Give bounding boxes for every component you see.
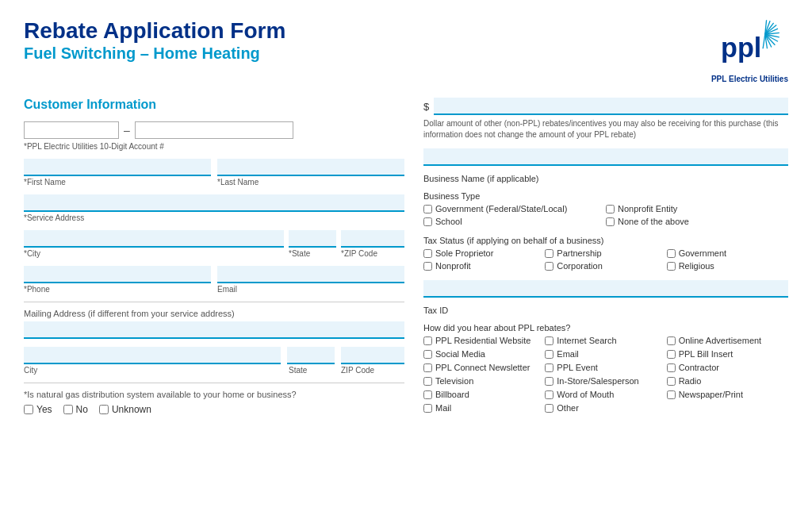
gas-yes-item: Yes: [24, 404, 52, 415]
phone-input[interactable]: [24, 266, 211, 283]
account-field-part2[interactable]: [135, 121, 293, 139]
phone-email-row: [24, 266, 404, 283]
city-label: *City: [24, 249, 284, 258]
tax-partnership-checkbox[interactable]: [545, 249, 553, 258]
mailing-city-label: City: [24, 366, 284, 375]
hear-television-checkbox[interactable]: [423, 377, 432, 386]
hear-ppl-residential-label: PPL Residential Website: [435, 336, 530, 345]
gas-no-item: No: [63, 404, 88, 415]
hear-grid: PPL Residential Website Internet Search …: [423, 336, 788, 415]
btype-school-checkbox[interactable]: [423, 217, 432, 226]
service-address-input[interactable]: [24, 194, 404, 212]
tax-religious: Religious: [667, 261, 788, 271]
zip-input[interactable]: [341, 230, 404, 248]
hear-mail: Mail: [423, 403, 545, 413]
page-title: Rebate Application Form: [24, 19, 285, 44]
hear-newspaper-label: Newspaper/Print: [679, 390, 743, 399]
hear-email-checkbox[interactable]: [545, 350, 553, 359]
hear-in-store-label: In-Store/Salesperson: [557, 376, 638, 386]
hear-billboard: Billboard: [423, 390, 545, 399]
tax-government-checkbox[interactable]: [667, 249, 676, 258]
hear-internet-search: Internet Search: [545, 336, 666, 345]
tax-id-group: Tax ID: [423, 280, 788, 315]
business-type-group: Business Type Government (Federal/State/…: [423, 191, 788, 228]
business-type-government: Government (Federal/State/Local): [423, 204, 606, 213]
hear-online-ad-checkbox[interactable]: [667, 336, 676, 345]
account-field-part1[interactable]: [24, 121, 119, 139]
hear-social-checkbox[interactable]: [423, 350, 432, 359]
city-container: [24, 230, 284, 248]
hear-ppl-event-checkbox[interactable]: [545, 363, 553, 372]
tax-government-label: Government: [679, 248, 727, 258]
hear-email-label: Email: [557, 349, 579, 359]
hear-ppl-residential-checkbox[interactable]: [423, 336, 432, 345]
hear-wom-checkbox[interactable]: [545, 390, 553, 399]
dollar-sign: $: [423, 101, 429, 113]
business-type-none: None of the above: [606, 217, 788, 226]
service-address-group: *Service Address: [24, 194, 404, 222]
mailing-address-input[interactable]: [24, 321, 404, 339]
btype-none-checkbox[interactable]: [606, 217, 615, 226]
hear-ppl-event-label: PPL Event: [557, 363, 598, 372]
tax-religious-checkbox[interactable]: [667, 262, 676, 271]
hear-billboard-checkbox[interactable]: [423, 390, 432, 399]
gas-yes-label: Yes: [36, 404, 52, 415]
state-input[interactable]: [289, 230, 336, 248]
mailing-state-input[interactable]: [287, 347, 335, 364]
hear-internet-checkbox[interactable]: [545, 336, 553, 345]
hear-mail-checkbox[interactable]: [423, 404, 432, 413]
gas-no-checkbox[interactable]: [63, 405, 73, 414]
tax-id-input[interactable]: [423, 280, 788, 298]
last-name-input[interactable]: [217, 159, 404, 176]
hear-online-ad-label: Online Advertisement: [679, 336, 762, 345]
name-group: *First Name *Last Name: [24, 159, 404, 187]
hear-contractor-checkbox[interactable]: [667, 363, 676, 372]
city-input[interactable]: [24, 230, 284, 248]
business-type-label: Business Type: [423, 191, 788, 201]
mailing-zip-input[interactable]: [341, 347, 404, 364]
dollar-input[interactable]: [434, 98, 788, 115]
business-name-input[interactable]: [423, 148, 788, 166]
divider-2: [24, 383, 404, 383]
hear-billboard-label: Billboard: [435, 390, 469, 399]
hear-television-label: Television: [435, 376, 473, 386]
tax-sole-proprietor: Sole Proprietor: [423, 248, 545, 258]
mailing-city-input[interactable]: [24, 347, 281, 364]
hear-ppl-bill: PPL Bill Insert: [667, 349, 788, 359]
state-container: [289, 230, 336, 248]
ppl-text: ppl: [721, 33, 761, 63]
tax-sole-checkbox[interactable]: [423, 249, 432, 258]
right-column: $ Dollar amount of other (non-PPL) rebat…: [423, 98, 788, 423]
mailing-zip-container: [341, 347, 404, 364]
hear-radio-checkbox[interactable]: [667, 377, 676, 386]
gas-yes-checkbox[interactable]: [24, 405, 33, 414]
state-label: *State: [289, 249, 336, 258]
hear-ppl-connect-label: PPL Connect Newsletter: [435, 363, 530, 372]
first-name-input[interactable]: [24, 159, 211, 176]
email-input[interactable]: [217, 266, 404, 283]
account-label: *PPL Electric Utilities 10-Digit Account…: [24, 142, 404, 151]
hear-ppl-connect-checkbox[interactable]: [423, 363, 432, 372]
city-state-zip-group: *City *State *ZIP Code: [24, 230, 404, 258]
gas-unknown-checkbox[interactable]: [99, 405, 109, 414]
hear-newspaper-checkbox[interactable]: [667, 390, 676, 399]
tax-corporation-checkbox[interactable]: [545, 262, 553, 271]
btype-government-label: Government (Federal/State/Local): [435, 204, 567, 213]
btype-nonprofit-checkbox[interactable]: [606, 205, 615, 213]
hear-other-label: Other: [557, 403, 579, 413]
business-name-label: Business Name (if applicable): [423, 174, 788, 183]
btype-government-checkbox[interactable]: [423, 205, 432, 213]
btype-school-label: School: [435, 217, 462, 226]
gas-no-label: No: [76, 404, 88, 415]
tax-partnership: Partnership: [545, 248, 666, 258]
hear-mail-label: Mail: [435, 403, 451, 413]
hear-other-checkbox[interactable]: [545, 404, 553, 413]
svg-line-7: [764, 34, 766, 48]
phone-label: *Phone: [24, 285, 211, 294]
hear-ppl-bill-checkbox[interactable]: [667, 350, 676, 359]
tax-nonprofit-checkbox[interactable]: [423, 262, 432, 271]
mailing-state-label: State: [289, 366, 336, 375]
hear-in-store-checkbox[interactable]: [545, 377, 553, 386]
hear-internet-label: Internet Search: [557, 336, 616, 345]
hear-radio: Radio: [667, 376, 788, 386]
